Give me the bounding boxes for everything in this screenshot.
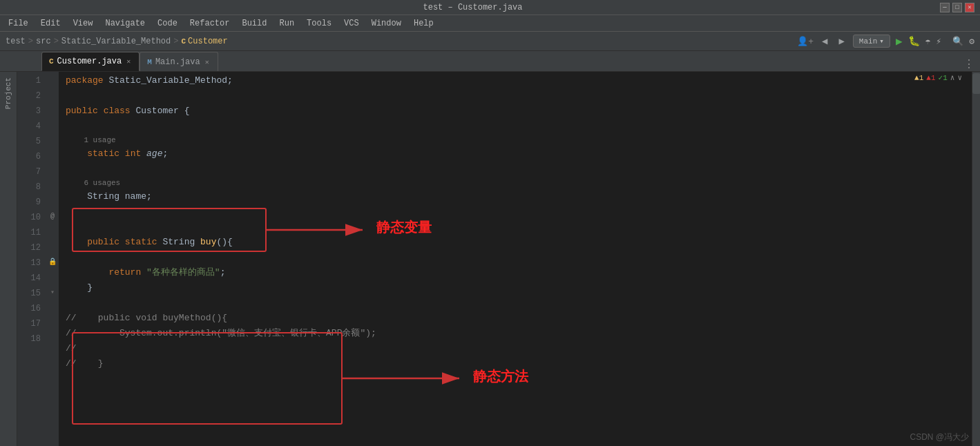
code-line-5: static int age; [59,146,972,162]
line-num-14: 14 [17,271,41,286]
profile-button[interactable]: ⚡ [936,36,941,47]
tab-main-java[interactable]: M Main.java ✕ [140,52,218,71]
title-bar-text: test – Customer.java [6,3,940,12]
code-line-5-hint: 1 usage [59,134,972,146]
menu-bar: File Edit View Navigate Code Refactor Bu… [0,15,980,32]
code-line-12: return "各种各样的商品"; [59,265,972,280]
tabs-bar: C Customer.java ✕ M Main.java ✕ ⋮ [0,51,980,72]
line-num-1: 1 [17,73,41,88]
settings-button[interactable]: ⚙ [969,36,974,47]
close-button[interactable]: ✕ [965,3,974,12]
gutter-5 [46,133,59,148]
left-sidebar: Project [0,72,17,446]
code-line-1: package Static_Variable_Method; [59,73,972,88]
code-area[interactable]: 1 2 3 4 5 6 7 8 9 10 11 12 13 14 15 16 1… [17,72,980,446]
menu-navigate[interactable]: Navigate [99,17,151,30]
menu-help[interactable]: Help [408,17,439,30]
breadcrumb-file-icon: C [181,37,186,46]
code-line-15: // public void buyMethod(){ [59,311,972,326]
tabs-overflow[interactable]: ⋮ [963,57,980,71]
gutter-10: @ [46,209,59,224]
code-line-2 [59,88,972,104]
tabs-left: C Customer.java ✕ M Main.java ✕ [41,52,218,71]
code-line-7-hint: 6 usages [59,177,972,189]
line-num-4: 4 [17,119,41,134]
gutter-13: 🔒 [46,254,59,269]
gutter-6 [46,148,59,163]
gutter-2 [46,87,59,102]
line-num-5: 5 [17,134,41,149]
code-line-11 [59,250,972,265]
code-line-17: // [59,341,972,356]
breadcrumb-current[interactable]: Customer [188,37,228,46]
error-badge: ▲1 [926,74,935,82]
title-bar: test – Customer.java ─ □ ✕ [0,0,980,15]
code-line-8 [59,204,972,220]
warnings-bar: ▲1 ▲1 ✓1 ∧ ∨ [914,73,962,82]
tab-main-close[interactable]: ✕ [204,57,211,67]
annotation-static-var: 静态变量 [376,218,432,237]
menu-code[interactable]: Code [152,17,183,30]
warnings-chevron-down[interactable]: ∨ [957,73,962,82]
line-num-17: 17 [17,316,41,331]
annotation-static-method: 静态方法 [473,367,528,386]
gutter-14 [46,269,59,284]
menu-run[interactable]: Run [273,17,300,30]
menu-file[interactable]: File [3,17,34,30]
menu-edit[interactable]: Edit [35,17,66,30]
nav-back-button[interactable]: ◀ [819,34,830,48]
menu-tools[interactable]: Tools [301,17,337,30]
code-line-6 [59,162,972,177]
maximize-button[interactable]: □ [952,3,962,12]
gutter-11 [46,224,59,239]
breadcrumb: test > src > Static_Variable_Method > C … [6,37,228,46]
breadcrumb-package[interactable]: Static_Variable_Method [61,37,171,46]
customer-java-icon: C [49,57,54,66]
code-line-13: } [59,280,972,295]
line-num-10: 10 [17,210,41,225]
line-num-11: 11 [17,225,41,240]
right-scrollbar[interactable] [972,72,980,446]
menu-window[interactable]: Window [366,17,407,30]
line-num-2: 2 [17,88,41,104]
code-line-16: // System.out.println("微信、支付宝、银行卡、APP余额"… [59,326,972,341]
gutter-4 [46,117,59,133]
debug-button[interactable]: 🐛 [908,35,920,47]
line-num-12: 12 [17,240,41,255]
tab-customer-java[interactable]: C Customer.java ✕ [41,52,140,71]
menu-vcs[interactable]: VCS [338,17,365,30]
gutter-8 [46,178,59,193]
coverage-button[interactable]: ☂ [925,36,931,47]
watermark: CSDN @冯大少 [910,432,969,443]
user-icon[interactable]: 👤+ [797,36,814,47]
tab-customer-close[interactable]: ✕ [125,57,132,66]
gutter-17 [46,315,59,330]
breadcrumb-test[interactable]: test [6,37,26,46]
title-bar-controls: ─ □ ✕ [940,3,974,12]
menu-refactor[interactable]: Refactor [184,17,236,30]
scrollbar-thumb[interactable] [972,73,980,94]
menu-view[interactable]: View [68,17,99,30]
gutter-3 [46,102,59,117]
gutter-7 [46,163,59,178]
line-num-6: 6 [17,149,41,164]
line-num-3: 3 [17,104,41,119]
line-num-18: 18 [17,331,41,347]
code-line-10: public static String buy(){ [59,235,972,250]
ok-badge: ✓1 [939,73,948,82]
code-content[interactable]: package Static_Variable_Method; public c… [59,72,972,446]
main-configuration-button[interactable]: Main ▾ [853,35,890,48]
nav-forward-button[interactable]: ▶ [836,34,847,48]
breadcrumb-src[interactable]: src [36,37,51,46]
code-line-9 [59,220,972,235]
search-button[interactable]: 🔍 [952,36,963,47]
run-button[interactable]: ▶ [896,35,903,48]
breadcrumb-bar: test > src > Static_Variable_Method > C … [0,32,980,51]
warnings-chevron-up[interactable]: ∧ [950,73,955,82]
menu-build[interactable]: Build [236,17,272,30]
sidebar-project-label[interactable]: Project [4,75,12,112]
gutter-9 [46,193,59,209]
code-line-3: public class Customer { [59,104,972,119]
minimize-button[interactable]: ─ [940,3,950,12]
tab-main-label: Main.java [155,57,200,67]
